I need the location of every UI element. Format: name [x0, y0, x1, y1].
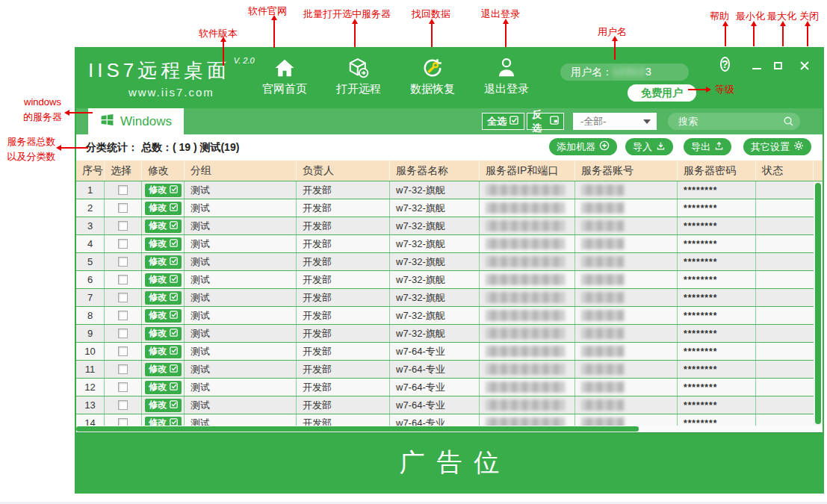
col-header-modify: 修改 — [142, 161, 185, 181]
modify-button[interactable]: 修改 — [145, 202, 182, 215]
cell-modify: 修改 — [142, 343, 185, 360]
modify-button[interactable]: 修改 — [145, 309, 182, 323]
cell-owner: 开发部 — [297, 289, 390, 306]
main-nav: 官网首页 打开远程 数据恢复 — [260, 55, 531, 96]
import-button[interactable]: 导入 — [625, 138, 673, 155]
modify-button-label: 修改 — [149, 202, 167, 214]
cell-server-account — [575, 379, 678, 396]
modify-button[interactable]: 修改 — [145, 327, 182, 340]
modify-button[interactable]: 修改 — [145, 399, 182, 412]
maximize-button[interactable] — [774, 62, 782, 69]
modify-button[interactable]: 修改 — [145, 417, 182, 426]
annotation-label: 用户名 — [598, 25, 627, 39]
modify-button[interactable]: 修改 — [145, 273, 182, 287]
vertical-scrollbar[interactable] — [814, 181, 823, 426]
nav-home[interactable]: 官网首页 — [260, 55, 309, 96]
row-checkbox[interactable] — [118, 293, 128, 302]
ad-banner: 广告位 — [76, 432, 823, 492]
cell-index: 1 — [76, 181, 105, 199]
modify-button-label: 修改 — [149, 291, 167, 304]
cell-server-name: w7-64-专业 — [390, 396, 480, 414]
user-level-button[interactable]: 免费用户 — [628, 84, 696, 102]
cell-status — [756, 379, 814, 396]
logo-url[interactable]: www.iis7.com — [88, 86, 255, 99]
cell-modify: 修改 — [142, 253, 185, 270]
row-checkbox[interactable] — [118, 257, 128, 267]
cell-server-password: ******** — [678, 253, 756, 270]
annotation-label: 软件官网 — [248, 4, 287, 18]
modify-button[interactable]: 修改 — [145, 345, 182, 358]
cell-server-password: ******** — [678, 414, 756, 426]
col-header-owner: 负责人 — [297, 161, 390, 181]
checkbox-check-icon — [509, 116, 518, 127]
select-all-button[interactable]: 全选 — [482, 113, 524, 130]
nav-open-remote[interactable]: 打开远程 — [334, 55, 383, 96]
col-header-index: 序号 — [76, 161, 105, 181]
row-checkbox[interactable] — [118, 400, 128, 410]
modify-button[interactable]: 修改 — [145, 291, 182, 305]
cell-server-password: ******** — [678, 199, 756, 217]
modify-button[interactable]: 修改 — [145, 255, 182, 269]
row-checkbox[interactable] — [118, 346, 128, 356]
cell-owner: 开发部 — [297, 253, 390, 270]
tab-windows[interactable]: Windows — [88, 108, 184, 134]
username-suffix: 3 — [645, 66, 651, 78]
table-row: 13 修改 测试 开发部 w7-64-专业 ******** — [76, 396, 823, 414]
row-checkbox[interactable] — [118, 203, 128, 213]
help-button[interactable]: ? — [720, 57, 730, 71]
modify-button[interactable]: 修改 — [145, 237, 182, 251]
modify-button-label: 修改 — [149, 309, 167, 322]
cell-owner: 开发部 — [297, 307, 390, 324]
row-checkbox[interactable] — [118, 418, 128, 426]
header: IIS7远程桌面 V. 2.0 www.iis7.com 官网首页 打开远程 — [76, 49, 823, 108]
cell-server-account — [575, 414, 678, 426]
row-checkbox[interactable] — [118, 311, 128, 320]
horizontal-scrollbar[interactable] — [76, 426, 823, 432]
modify-button[interactable]: 修改 — [145, 381, 182, 394]
row-checkbox[interactable] — [118, 185, 128, 195]
cell-server-password: ******** — [678, 396, 756, 414]
cell-status — [756, 414, 814, 426]
row-checkbox[interactable] — [118, 275, 128, 284]
add-machine-button[interactable]: 添加机器 — [549, 138, 617, 155]
hscroll-thumb[interactable] — [76, 426, 639, 432]
export-label: 导出 — [691, 140, 710, 154]
invert-select-button[interactable]: 反选 — [527, 113, 564, 130]
minimize-button[interactable] — [752, 68, 761, 69]
modify-button[interactable]: 修改 — [145, 220, 182, 233]
modify-button[interactable]: 修改 — [145, 363, 182, 376]
row-checkbox[interactable] — [118, 221, 128, 231]
group-filter-dropdown[interactable]: -全部- — [573, 113, 657, 130]
cell-modify: 修改 — [142, 199, 185, 217]
annotation-arrow-up — [753, 22, 755, 46]
modify-button[interactable]: 修改 — [145, 184, 182, 197]
cell-modify: 修改 — [142, 396, 185, 414]
row-checkbox[interactable] — [118, 239, 128, 249]
help-icon: ? — [720, 57, 730, 72]
censored-ip — [486, 328, 565, 339]
modify-button-label: 修改 — [149, 363, 167, 376]
other-settings-button[interactable]: 其它设置 — [743, 138, 811, 155]
table-row: 5 修改 测试 开发部 w7-32-旗舰 ******** — [76, 253, 823, 271]
invert-select-label: 反选 — [532, 108, 547, 135]
cell-server-name: w7-32-旗舰 — [390, 181, 480, 199]
select-all-label: 全选 — [487, 115, 507, 128]
cell-server-ip — [480, 253, 575, 270]
cell-group: 测试 — [185, 379, 297, 396]
nav-data-recovery[interactable]: 数据恢复 — [408, 55, 457, 96]
search-input[interactable] — [668, 113, 800, 130]
cell-modify: 修改 — [142, 181, 185, 199]
export-button[interactable]: 导出 — [684, 138, 731, 155]
edit-check-icon — [170, 239, 178, 249]
cell-server-name: w7-32-旗舰 — [390, 307, 480, 324]
vscroll-thumb[interactable] — [815, 183, 821, 424]
edit-check-icon — [170, 185, 178, 196]
nav-logout[interactable]: 退出登录 — [482, 55, 531, 96]
row-checkbox[interactable] — [118, 329, 128, 338]
cell-index: 4 — [76, 235, 105, 252]
cell-index: 14 — [76, 414, 105, 426]
close-button[interactable] — [799, 60, 810, 71]
col-header-select: 选择 — [105, 161, 142, 181]
row-checkbox[interactable] — [118, 364, 128, 374]
row-checkbox[interactable] — [118, 382, 128, 392]
